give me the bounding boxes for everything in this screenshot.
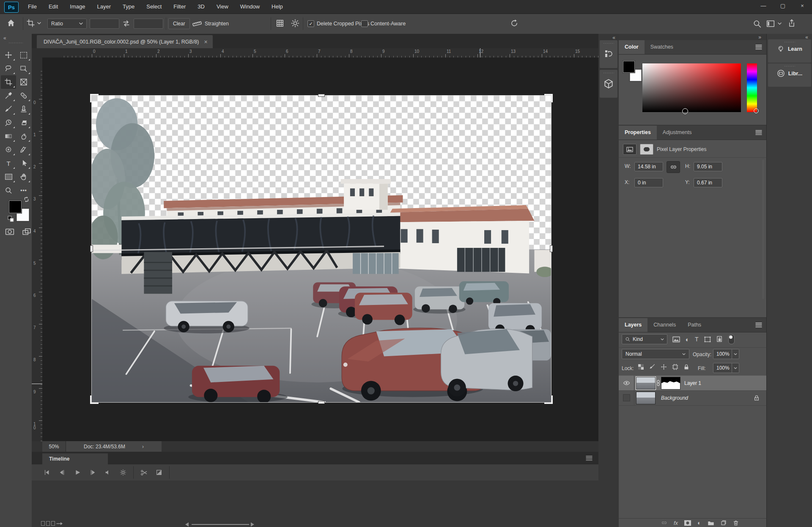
new-layer-icon[interactable] <box>721 520 727 526</box>
play-icon[interactable] <box>70 466 85 479</box>
move-tool[interactable] <box>1 48 16 62</box>
layer-name[interactable]: Layer 1 <box>684 380 701 386</box>
ratio-height-input[interactable] <box>134 19 163 29</box>
tab-properties[interactable]: Properties <box>619 126 657 140</box>
crop-handle-bottom[interactable] <box>318 401 325 404</box>
menu-image[interactable]: Image <box>64 0 91 14</box>
crop-handle-top-right[interactable] <box>544 94 553 102</box>
opacity-select[interactable]: 100% <box>713 349 739 359</box>
3d-panel-button[interactable] <box>600 70 617 98</box>
tab-paths[interactable]: Paths <box>682 318 707 332</box>
hue-indicator[interactable] <box>754 108 759 113</box>
tab-color[interactable]: Color <box>619 40 645 54</box>
visibility-toggle[interactable] <box>619 376 634 390</box>
straighten-label[interactable]: Straighten <box>205 21 229 27</box>
status-chevron-icon[interactable]: › <box>142 444 144 450</box>
zoom-level-field[interactable]: 50% <box>42 441 66 452</box>
filter-pixel-layers-icon[interactable] <box>672 336 680 343</box>
maximize-button[interactable]: ▢ <box>773 0 793 11</box>
pixel-layer-icon[interactable] <box>623 144 636 155</box>
transition-icon[interactable] <box>151 466 167 479</box>
link-dimensions-icon[interactable] <box>667 161 680 173</box>
vertical-ruler[interactable]: 012345678910 <box>32 58 43 441</box>
panel-menu-icon[interactable] <box>755 130 762 135</box>
toolbar-drag-handle[interactable] <box>8 42 23 44</box>
tab-layers[interactable]: Layers <box>619 318 647 332</box>
search-icon[interactable] <box>753 19 761 28</box>
visibility-toggle[interactable] <box>619 390 634 405</box>
crop-tool-preset-icon[interactable] <box>27 19 41 27</box>
close-document-icon[interactable]: × <box>204 38 208 45</box>
document-info[interactable]: Doc: 23.4M/53.6M › <box>66 441 162 452</box>
crop-settings-gear-icon[interactable] <box>291 19 299 27</box>
layer-style-fx-icon[interactable]: fx <box>674 520 678 526</box>
healing-brush-tool[interactable] <box>16 89 31 102</box>
type-tool[interactable]: T <box>1 156 16 170</box>
delete-cropped-pixels-checkbox[interactable]: ✓ <box>307 20 314 27</box>
clear-button[interactable]: Clear <box>168 18 190 29</box>
filter-shape-layers-icon[interactable] <box>704 336 711 343</box>
history-brush-tool[interactable] <box>1 116 16 129</box>
crop-handle-top-left[interactable] <box>90 94 99 102</box>
lock-position-icon[interactable] <box>661 364 667 370</box>
menu-view[interactable]: View <box>211 0 234 14</box>
swap-width-height-icon[interactable] <box>122 19 130 27</box>
crop-handle-bottom-left[interactable] <box>90 395 99 404</box>
blend-mode-select[interactable]: Normal <box>622 349 689 359</box>
layer-row-layer-1[interactable]: Layer 1 <box>619 376 766 391</box>
timeline-zoom-in-icon[interactable] <box>251 522 254 527</box>
mask-properties-icon[interactable] <box>640 144 653 155</box>
horizontal-ruler[interactable]: 0123456789101112131415 <box>42 48 598 58</box>
go-to-first-frame-icon[interactable] <box>39 466 55 479</box>
link-layers-icon[interactable] <box>661 520 667 525</box>
mute-audio-icon[interactable] <box>100 466 115 479</box>
new-group-folder-icon[interactable] <box>708 520 714 526</box>
add-adjustment-layer-icon[interactable]: ◐ <box>697 519 701 526</box>
panel-menu-icon[interactable] <box>755 322 762 327</box>
color-saturation-brightness-field[interactable] <box>642 63 741 112</box>
menu-edit[interactable]: Edit <box>43 0 64 14</box>
height-input[interactable]: 9.05 in <box>694 162 722 171</box>
foreground-color-swatch[interactable] <box>623 61 635 73</box>
hue-strip[interactable] <box>747 63 757 112</box>
reset-crop-icon[interactable] <box>510 19 518 27</box>
panel-menu-icon[interactable] <box>755 44 762 49</box>
ratio-width-input[interactable] <box>90 19 119 29</box>
expand-panels-icon[interactable]: « <box>612 35 615 40</box>
menu-type[interactable]: Type <box>117 0 140 14</box>
layer-thumbnail[interactable] <box>636 377 656 390</box>
previous-frame-icon[interactable] <box>55 466 70 479</box>
menu-layer[interactable]: Layer <box>91 0 117 14</box>
clone-stamp-tool[interactable] <box>16 102 31 116</box>
crop-overlay-options-icon[interactable] <box>276 19 284 27</box>
dodge-tool[interactable] <box>1 143 16 156</box>
width-input[interactable]: 14.58 in <box>634 162 663 171</box>
swap-colors-icon[interactable] <box>23 196 30 203</box>
crop-tool[interactable] <box>1 75 16 89</box>
crop-handle-top[interactable] <box>318 94 325 97</box>
crop-handle-left[interactable] <box>90 245 93 252</box>
straighten-icon[interactable] <box>192 19 202 28</box>
scrollbar[interactable] <box>762 159 764 299</box>
default-colors-icon[interactable] <box>8 216 14 222</box>
layer-row-background[interactable]: Background <box>619 390 766 406</box>
panel-menu-icon[interactable] <box>586 456 593 461</box>
menu-help[interactable]: Help <box>266 0 289 14</box>
document-canvas[interactable] <box>92 96 551 402</box>
close-button[interactable]: × <box>793 0 812 11</box>
tab-swatches[interactable]: Swatches <box>645 40 679 54</box>
rectangle-tool[interactable] <box>1 170 16 184</box>
frame-tool[interactable] <box>16 75 31 89</box>
tab-adjustments[interactable]: Adjustments <box>657 126 698 140</box>
menu-file[interactable]: File <box>22 0 43 14</box>
lock-artboard-icon[interactable] <box>672 364 678 370</box>
content-aware-label[interactable]: Content-Aware <box>370 21 406 27</box>
timeline-zoom-out-icon[interactable] <box>185 522 189 527</box>
path-selection-tool[interactable] <box>16 156 31 170</box>
pen-tool[interactable] <box>16 143 31 156</box>
crop-handle-right[interactable] <box>550 245 553 252</box>
flatten-arrow-icon[interactable] <box>56 521 63 526</box>
content-aware-checkbox[interactable] <box>361 20 368 27</box>
aspect-ratio-select[interactable]: Ratio <box>47 19 87 29</box>
lasso-tool[interactable] <box>1 62 16 75</box>
